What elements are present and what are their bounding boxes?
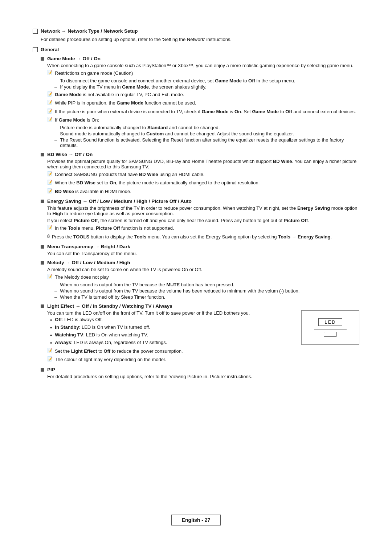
note-icon-l1: 📝 <box>47 348 53 353</box>
page-number-box: English - 27 <box>171 515 221 525</box>
dash: – <box>54 131 57 136</box>
network-title: Network → Network Type / Network Setup <box>41 28 138 34</box>
general-checkbox-icon <box>33 47 38 52</box>
network-header: Network → Network Type / Network Setup <box>33 28 359 34</box>
menu-transparency-section: Menu Transparency → Bright / Dark You ca… <box>41 244 359 256</box>
dash: – <box>54 282 57 287</box>
bullet: • <box>50 324 52 331</box>
square-icon-bd-wise <box>41 153 44 156</box>
bd-wise-note-3: 📝 BD Wise is available in HDMI mode. <box>47 188 359 195</box>
note-icon-2: 📝 <box>47 91 53 97</box>
led-diagram-container: LED <box>301 310 359 345</box>
bullet: • <box>50 317 52 323</box>
page: Network → Network Type / Network Setup F… <box>0 0 392 540</box>
melody-title: Melody → Off / Low / Medium / High <box>47 260 130 265</box>
energy-saving-title: Energy Saving → Off / Low / Medium / Hig… <box>47 199 192 204</box>
network-section: Network → Network Type / Network Setup F… <box>33 28 359 43</box>
melody-note-1: 📝 The Melody does not play <box>47 274 359 281</box>
note-icon-bd3: 📝 <box>47 188 53 193</box>
bd-wise-body: Provides the optimal picture quality for… <box>47 159 359 195</box>
bd-wise-note-1: 📝 Connect SAMSUNG products that have BD … <box>47 171 359 178</box>
dash: – <box>54 84 57 90</box>
note-icon-1: 📝 <box>47 70 53 75</box>
square-icon-game-mode <box>41 57 44 61</box>
pip-section: PIP For detailed procedures on setting u… <box>41 367 359 379</box>
network-body: For detailed procedures on setting up op… <box>41 36 359 43</box>
square-icon-melody <box>41 261 44 265</box>
bullet: • <box>50 332 52 339</box>
led-line-top <box>314 330 347 330</box>
note-icon-l2: 📝 <box>47 356 53 361</box>
square-icon-pip <box>41 368 44 372</box>
network-body-text: For detailed procedures on setting up op… <box>41 37 232 42</box>
game-mode-on-list: – Picture mode is automatically changed … <box>54 125 359 148</box>
bd-wise-title: BD Wise → Off / On <box>47 152 93 157</box>
led-lines <box>314 330 347 337</box>
energy-saving-section: Energy Saving → Off / Low / Medium / Hig… <box>41 199 359 240</box>
game-mode-section: Game Mode → Off / On When connecting to … <box>41 56 359 148</box>
square-icon-menu <box>41 245 44 249</box>
light-effect-note-1: 📝 Set the Light Effect to Off to reduce … <box>47 348 294 355</box>
melody-body: A melody sound can be set to come on whe… <box>47 267 359 300</box>
game-mode-body: When connecting to a game console such a… <box>47 63 359 148</box>
energy-saving-body: This feature adjusts the brightness of t… <box>47 205 359 240</box>
light-effect-body: You can turn the LED on/off on the front… <box>47 310 359 363</box>
led-box <box>324 332 337 337</box>
menu-transparency-title: Menu Transparency → Bright / Dark <box>47 244 130 249</box>
light-effect-section: Light Effect → Off / In Standby / Watchi… <box>41 303 359 363</box>
melody-section: Melody → Off / Low / Medium / High A mel… <box>41 260 359 300</box>
game-mode-note-3: 📝 While PIP is in operation, the Game Mo… <box>47 99 359 107</box>
general-section: General Game Mode → Off / On When connec… <box>33 47 359 379</box>
light-effect-bullet-list: • Off: LED is always Off. • In Standby: … <box>50 317 294 346</box>
game-mode-note-5: 📝 If Game Mode is On: <box>47 116 359 124</box>
game-mode-note-1: 📝 Restrictions on game mode (Caution) <box>47 70 359 77</box>
menu-transparency-body: You can set the Transparency of the menu… <box>47 251 359 256</box>
light-effect-note-2: 📝 The colour of light may very depending… <box>47 356 294 363</box>
melody-dash-list: – When no sound is output from the TV be… <box>54 282 359 300</box>
bd-wise-note-2: 📝 When the BD Wise set to On, the pictur… <box>47 179 359 187</box>
led-label: LED <box>318 318 342 326</box>
note-text-1: Restrictions on game mode (Caution) <box>55 70 133 77</box>
note-icon-5: 📝 <box>47 117 53 122</box>
remote-icon-e: ⎙ <box>47 234 50 238</box>
game-mode-caution-list: – To disconnect the game console and con… <box>54 78 359 90</box>
dash: – <box>54 137 57 143</box>
dash: – <box>54 288 57 294</box>
general-title: General <box>41 47 59 52</box>
general-header: General <box>33 47 359 52</box>
dash: – <box>54 78 57 83</box>
note-icon-m1: 📝 <box>47 274 53 279</box>
bullet: • <box>50 340 52 346</box>
dash: – <box>54 294 57 300</box>
dash: – <box>54 125 57 130</box>
note-icon-4: 📝 <box>47 109 53 114</box>
pip-title: PIP <box>47 367 55 372</box>
light-effect-row: You can turn the LED on/off on the front… <box>47 310 359 363</box>
light-effect-text: You can turn the LED on/off on the front… <box>47 310 294 363</box>
pip-body: For detailed procedures on setting up op… <box>47 374 359 379</box>
note-icon-e1: 📝 <box>47 225 53 230</box>
game-mode-note-4: 📝 If the picture is poor when external d… <box>47 108 359 115</box>
page-footer: English - 27 <box>0 515 392 525</box>
energy-note-1: 📝 In the Tools menu, Picture Off functio… <box>47 225 359 232</box>
page-number-text: English - 27 <box>182 517 211 523</box>
light-effect-title: Light Effect → Off / In Standby / Watchi… <box>47 303 172 309</box>
square-icon-light <box>41 304 44 308</box>
led-diagram: LED <box>301 310 359 345</box>
note-icon-bd2: 📝 <box>47 180 53 185</box>
game-mode-note-2: 📝 Game Mode is not available in regular … <box>47 91 359 98</box>
note-icon-3: 📝 <box>47 100 53 105</box>
checkbox-icon <box>33 29 38 34</box>
energy-note-2: ⎙ Press the TOOLS button to display the … <box>47 233 359 241</box>
note-icon-bd1: 📝 <box>47 171 53 176</box>
square-icon-energy <box>41 200 44 203</box>
bd-wise-section: BD Wise → Off / On Provides the optimal … <box>41 152 359 195</box>
game-mode-title: Game Mode → Off / On <box>47 56 101 61</box>
